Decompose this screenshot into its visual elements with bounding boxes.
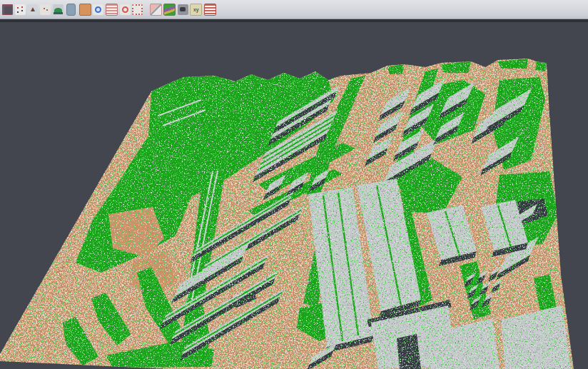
surface-model-icon[interactable] <box>53 4 64 15</box>
table-rows-icon[interactable] <box>204 4 216 16</box>
app-window <box>0 0 588 369</box>
raster-grid-icon[interactable] <box>2 4 13 15</box>
orthophoto-icon[interactable] <box>79 4 91 16</box>
extent-brackets-icon[interactable] <box>132 4 143 15</box>
point-cloud-icon[interactable] <box>40 4 51 15</box>
viewport-3d[interactable] <box>0 22 588 369</box>
clip-region-icon[interactable] <box>150 4 162 16</box>
globe-view-icon[interactable] <box>93 4 103 15</box>
profile-column-icon[interactable] <box>66 4 76 16</box>
terrain-tin-icon[interactable] <box>27 4 38 15</box>
target-circle-icon[interactable] <box>120 4 131 15</box>
terrain-model <box>0 57 588 369</box>
attribute-list-icon[interactable] <box>106 4 118 16</box>
scene-canvas <box>0 22 588 369</box>
classified-points-icon[interactable] <box>15 4 26 15</box>
camera-view-icon[interactable] <box>178 4 188 15</box>
coordinates-icon[interactable] <box>190 4 202 16</box>
classification-map-icon[interactable] <box>163 4 176 16</box>
main-toolbar <box>0 0 588 19</box>
